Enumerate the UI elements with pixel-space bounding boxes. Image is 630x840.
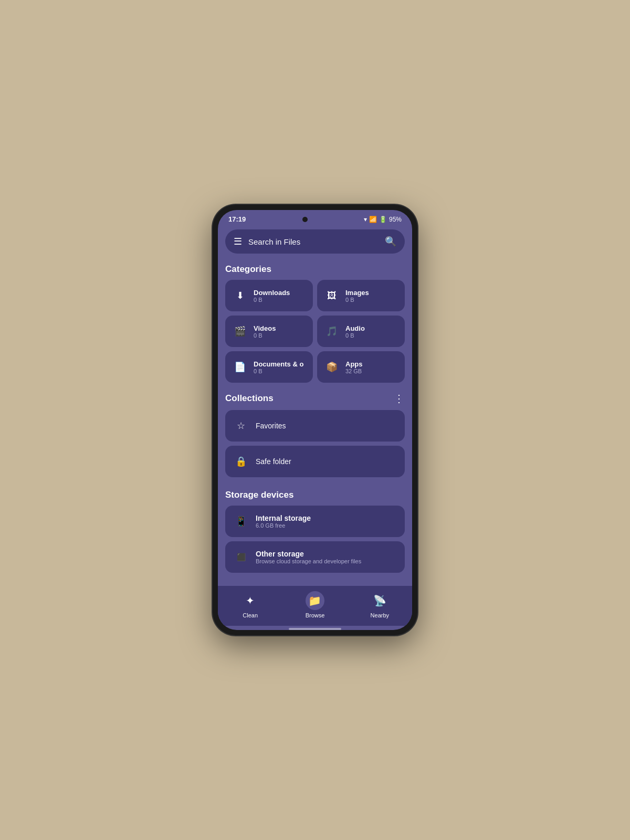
apps-size: 32 GB	[345, 368, 363, 374]
nav-nearby[interactable]: 📡 Nearby	[361, 591, 398, 618]
clean-icon: ✦	[241, 591, 260, 610]
nav-browse[interactable]: 📁 Browse	[297, 591, 333, 618]
status-bar: 17:19 ▾ 📶 🔋 95%	[218, 210, 412, 226]
category-videos[interactable]: 🎬 Videos 0 B	[225, 316, 313, 347]
videos-size: 0 B	[254, 332, 276, 339]
categories-title: Categories	[225, 264, 271, 275]
nearby-label: Nearby	[371, 612, 389, 618]
other-storage-name: Other storage	[256, 550, 361, 558]
category-audio[interactable]: 🎵 Audio 0 B	[317, 316, 405, 347]
images-size: 0 B	[345, 297, 369, 303]
wifi-icon: ▾	[364, 216, 367, 223]
audio-size: 0 B	[345, 332, 365, 339]
main-content: Categories ⬇ Downloads 0 B 🖼 Images 0 B	[218, 261, 412, 586]
images-icon: 🖼	[323, 287, 340, 304]
category-documents[interactable]: 📄 Documents & o 0 B	[225, 351, 313, 383]
collections-title: Collections	[225, 393, 274, 404]
other-storage-desc: Browse cloud storage and developer files	[256, 558, 361, 564]
videos-icon: 🎬	[232, 323, 248, 340]
home-indicator	[289, 628, 341, 630]
search-placeholder: Search in Files	[248, 237, 379, 246]
storage-title: Storage devices	[225, 490, 293, 500]
signal-icon: 📶	[369, 216, 377, 223]
phone-device: 17:19 ▾ 📶 🔋 95% ☰ Search in Files 🔍 Cate…	[213, 205, 417, 635]
audio-name: Audio	[345, 324, 365, 332]
battery-icon: 🔋	[379, 216, 387, 223]
category-downloads[interactable]: ⬇ Downloads 0 B	[225, 280, 313, 311]
search-icon[interactable]: 🔍	[385, 236, 396, 247]
bottom-nav: ✦ Clean 📁 Browse 📡 Nearby	[218, 586, 412, 626]
status-time: 17:19	[228, 215, 246, 223]
documents-size: 0 B	[254, 368, 303, 374]
battery-percent: 95%	[389, 216, 402, 223]
status-icons: ▾ 📶 🔋 95%	[364, 216, 402, 223]
collection-safe-folder[interactable]: 🔒 Safe folder	[225, 446, 405, 477]
documents-name: Documents & o	[254, 360, 303, 368]
internal-storage-icon: 📱	[234, 514, 248, 529]
collection-favorites[interactable]: ☆ Favorites	[225, 410, 405, 442]
apps-icon: 📦	[323, 359, 340, 375]
videos-name: Videos	[254, 324, 276, 332]
other-storage-icon: ⬛	[234, 550, 248, 564]
clean-label: Clean	[243, 612, 258, 618]
favorites-label: Favorites	[256, 422, 286, 430]
browse-icon: 📁	[306, 591, 324, 610]
browse-label: Browse	[306, 612, 325, 618]
apps-name: Apps	[345, 360, 363, 368]
images-name: Images	[345, 289, 369, 297]
search-bar[interactable]: ☰ Search in Files 🔍	[225, 229, 405, 254]
category-images[interactable]: 🖼 Images 0 B	[317, 280, 405, 311]
storage-other[interactable]: ⬛ Other storage Browse cloud storage and…	[225, 541, 405, 573]
internal-storage-desc: 6.0 GB free	[256, 522, 311, 529]
category-grid: ⬇ Downloads 0 B 🖼 Images 0 B 🎬	[225, 280, 405, 383]
favorites-icon: ☆	[234, 418, 248, 433]
internal-storage-name: Internal storage	[256, 514, 311, 522]
downloads-icon: ⬇	[232, 287, 248, 304]
collections-more-button[interactable]: ⋮	[394, 392, 405, 405]
category-apps[interactable]: 📦 Apps 32 GB	[317, 351, 405, 383]
documents-icon: 📄	[232, 359, 248, 375]
safe-folder-label: Safe folder	[256, 457, 291, 466]
storage-header: Storage devices	[225, 490, 405, 500]
safe-folder-icon: 🔒	[234, 454, 248, 469]
downloads-name: Downloads	[254, 289, 290, 297]
collections-header: Collections ⋮	[225, 392, 405, 405]
hamburger-icon[interactable]: ☰	[234, 236, 242, 247]
nearby-icon: 📡	[370, 591, 389, 610]
categories-header: Categories	[225, 264, 405, 275]
storage-internal[interactable]: 📱 Internal storage 6.0 GB free	[225, 506, 405, 537]
camera-notch	[302, 217, 308, 222]
nav-clean[interactable]: ✦ Clean	[232, 591, 269, 618]
audio-icon: 🎵	[323, 323, 340, 340]
downloads-size: 0 B	[254, 297, 290, 303]
phone-screen: 17:19 ▾ 📶 🔋 95% ☰ Search in Files 🔍 Cate…	[218, 210, 412, 630]
